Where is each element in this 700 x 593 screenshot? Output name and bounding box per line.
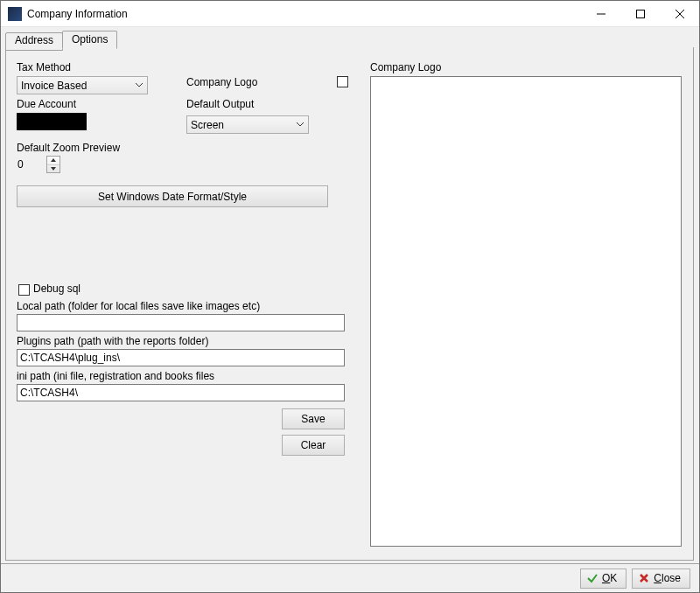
window: Company Information Address Options Tax … [0,0,700,593]
default-zoom-label: Default Zoom Preview [17,142,120,154]
tax-method-select[interactable]: Invoice Based [17,76,148,94]
clear-button[interactable]: Clear [282,435,345,456]
set-date-format-button[interactable]: Set Windows Date Format/Style [17,185,328,207]
chevron-down-icon [135,80,144,90]
ini-path-input[interactable]: C:\TCASH4\ [17,384,345,401]
clear-button-label: Clear [301,439,326,451]
default-output-value: Screen [191,119,224,131]
spinner-down-icon[interactable] [47,165,60,173]
zoom-spinner[interactable] [17,156,60,173]
ok-button-label: OK [602,572,617,584]
window-controls [581,1,699,26]
footer: OK Close [1,564,699,592]
company-logo-preview [370,76,682,547]
ok-button[interactable]: OK [580,569,626,589]
due-account-label: Due Account [17,98,76,110]
default-output-label: Default Output [186,98,254,110]
window-title: Company Information [27,8,581,20]
company-logo-checkbox[interactable] [337,76,348,87]
x-icon [638,572,650,584]
tab-options[interactable]: Options [62,31,117,49]
debug-sql-label: Debug sql [33,283,80,295]
close-dialog-button[interactable]: Close [632,569,690,589]
plugins-path-input[interactable]: C:\TCASH4\plug_ins\ [17,349,345,366]
save-button-label: Save [301,413,325,425]
close-button-label: Close [654,572,681,584]
default-output-select[interactable]: Screen [186,115,309,134]
ini-path-label: ini path (ini file, registration and boo… [17,370,214,382]
set-date-format-label: Set Windows Date Format/Style [98,191,247,203]
tax-method-label: Tax Method [17,61,71,73]
local-path-input[interactable] [17,314,345,331]
maximize-button[interactable] [620,1,660,26]
save-button[interactable]: Save [282,408,345,429]
minimize-button[interactable] [581,1,620,26]
due-account-field[interactable] [17,113,87,130]
company-logo-panel-label: Company Logo [370,61,441,73]
tax-method-value: Invoice Based [21,80,87,92]
chevron-down-icon [296,119,304,129]
zoom-value[interactable] [17,156,43,173]
spinner-up-icon[interactable] [47,157,60,165]
app-icon [8,7,22,21]
company-logo-label: Company Logo [186,76,257,88]
tab-strip: Address Options [5,31,116,49]
check-icon [586,572,598,584]
spinner-buttons[interactable] [46,156,60,173]
titlebar: Company Information [1,1,699,27]
tab-panel: Tax Method Invoice Based Due Account Def… [5,47,694,561]
local-path-label: Local path (folder for local files save … [17,300,260,312]
client-area: Address Options Tax Method Invoice Based… [1,27,699,592]
svg-rect-0 [636,10,644,17]
plugins-path-label: Plugins path (path with the reports fold… [17,335,208,347]
debug-sql-checkbox[interactable] [18,284,30,296]
close-button[interactable] [660,1,699,26]
